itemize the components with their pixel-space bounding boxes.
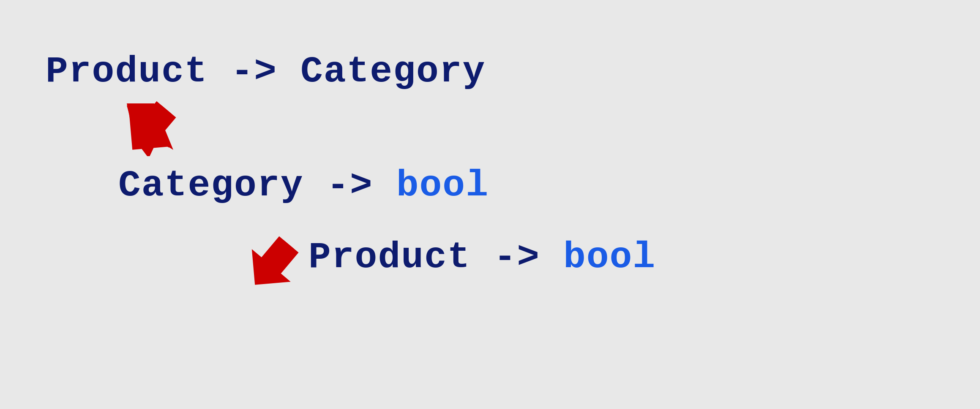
line3-bool: bool: [563, 236, 656, 278]
line2-category: Category: [118, 165, 303, 206]
main-content: Product -> Category Category -> bool: [0, 0, 980, 409]
red-arrow-1: [123, 101, 177, 158]
line2-bool: bool: [396, 165, 489, 206]
line1-expression: Product -> Category: [46, 51, 486, 92]
svg-marker-5: [245, 236, 300, 291]
red-arrow-2: [245, 236, 300, 293]
line3-product: Product: [308, 236, 471, 278]
line3-expression: Product -> bool: [308, 236, 656, 278]
line1-arrow-text: ->: [231, 51, 277, 92]
line3-arrow-text: ->: [494, 236, 540, 278]
line2-arrow-text: ->: [327, 165, 373, 206]
line1-category: Category: [300, 51, 486, 92]
line2-expression: Category -> bool: [118, 165, 489, 206]
line1-product: Product: [46, 51, 208, 92]
